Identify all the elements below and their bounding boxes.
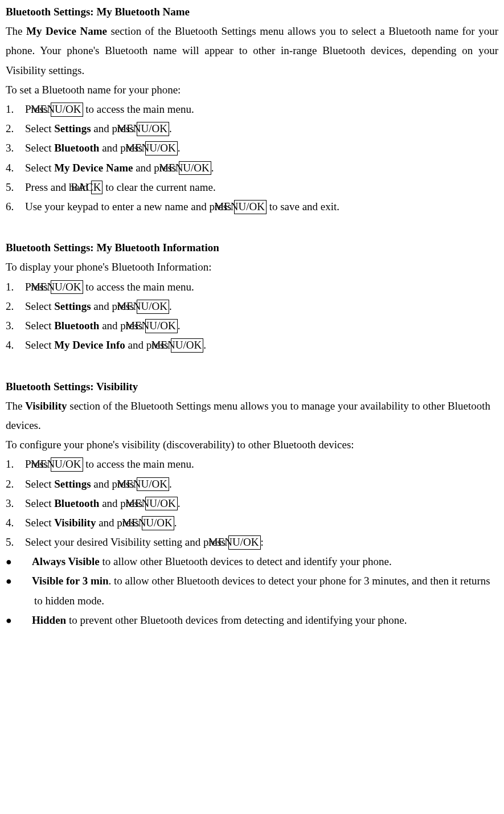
option-visible-3min: ●Visible for 3 min. to allow other Bluet…: [6, 571, 498, 610]
heading-bluetooth-name: Bluetooth Settings: My Bluetooth Name: [6, 2, 498, 22]
key-box: MENU/OK: [145, 497, 178, 511]
text-bold: Bluetooth: [54, 320, 99, 332]
text-bold: Visible for 3 min: [32, 575, 109, 587]
step: 5.Select your desired Visibility setting…: [6, 533, 498, 552]
text-bold: Bluetooth: [54, 142, 99, 154]
text-bold: Settings: [54, 122, 91, 134]
text: .: [169, 122, 172, 134]
option-hidden: ●Hidden to prevent other Bluetooth devic…: [6, 611, 498, 630]
key-box: MENU/OK: [51, 280, 83, 294]
text: The: [6, 25, 26, 37]
key-box: MENU/OK: [228, 535, 261, 550]
heading-bluetooth-visibility: Bluetooth Settings: Visibility: [6, 377, 498, 396]
key-box: MENU/OK: [137, 477, 169, 492]
step: 5.Press and hold BACK to clear the curre…: [6, 178, 498, 197]
text: to save and exit.: [267, 201, 339, 212]
text-bold: My Device Info: [54, 339, 125, 351]
lead-text-3: To configure your phone's visibility (di…: [6, 435, 498, 455]
text: section of the Bluetooth Settings menu a…: [6, 400, 490, 431]
text: Select: [25, 339, 54, 351]
text: .: [178, 320, 181, 332]
visibility-options: ●Always Visible to allow other Bluetooth…: [6, 552, 498, 630]
text: Select your desired Visibility setting a…: [25, 536, 228, 548]
intro-paragraph-1: The My Device Name section of the Blueto…: [6, 22, 498, 80]
text-bold: Bluetooth: [54, 497, 99, 509]
text: .: [174, 517, 177, 529]
steps-list-3: 1.Press MENU/OK to access the main menu.…: [6, 455, 498, 552]
steps-list-1: 1.Press MENU/OK to access the main menu.…: [6, 100, 498, 216]
heading-bluetooth-info: Bluetooth Settings: My Bluetooth Informa…: [6, 238, 498, 257]
text-bold: Hidden: [32, 614, 66, 626]
option-always-visible: ●Always Visible to allow other Bluetooth…: [6, 552, 498, 571]
text: .: [178, 142, 181, 154]
step: 1.Press MENU/OK to access the main menu.: [6, 100, 498, 119]
steps-list-2: 1.Press MENU/OK to access the main menu.…: [6, 277, 498, 355]
step: 2.Select Settings and press MENU/OK.: [6, 297, 498, 316]
text: to allow other Bluetooth devices to dete…: [100, 555, 392, 567]
text: to prevent other Bluetooth devices from …: [66, 614, 407, 626]
text: .: [203, 339, 206, 351]
step: 4.Select My Device Name and press MENU/O…: [6, 158, 498, 178]
text: Select: [25, 162, 54, 174]
text: to access the main menu.: [83, 458, 194, 470]
text: Select: [25, 320, 54, 332]
step: 1.Press MENU/OK to access the main menu.: [6, 277, 498, 297]
text: Select: [25, 142, 54, 154]
step: 4.Select My Device Info and press MENU/O…: [6, 336, 498, 355]
step: 1.Press MENU/OK to access the main menu.: [6, 455, 498, 474]
text: to clear the current name.: [103, 181, 215, 193]
step: 6.Use your keypad to enter a new name an…: [6, 197, 498, 216]
key-box: MENU/OK: [171, 338, 203, 353]
key-box: MENU/OK: [145, 141, 178, 156]
step: 3.Select Bluetooth and press MENU/OK.: [6, 494, 498, 513]
text: :: [261, 536, 264, 548]
key-box: MENU/OK: [145, 319, 178, 333]
key-box: MENU/OK: [179, 161, 211, 175]
key-box: BACK: [91, 181, 103, 195]
text-bold: My Device Name: [54, 162, 133, 174]
text-bold: Settings: [54, 300, 91, 312]
lead-text-1: To set a Bluetooth name for your phone:: [6, 80, 498, 100]
key-box: MENU/OK: [137, 122, 169, 136]
text: .: [178, 497, 181, 509]
text: Use your keypad to enter a new name and …: [25, 201, 234, 212]
intro-paragraph-3: The Visibility section of the Bluetooth …: [6, 396, 498, 435]
key-box: MENU/OK: [137, 300, 169, 314]
text: Select: [25, 517, 54, 529]
text: The: [6, 400, 25, 412]
text-bold: Always Visible: [32, 555, 100, 567]
text: to access the main menu.: [83, 103, 194, 115]
text: to access the main menu.: [83, 281, 194, 293]
text: Select: [25, 122, 54, 134]
step: 2.Select Settings and press MENU/OK.: [6, 119, 498, 138]
key-box: MENU/OK: [51, 457, 83, 472]
lead-text-2: To display your phone's Bluetooth Inform…: [6, 257, 498, 277]
text: .: [169, 300, 172, 312]
text-bold: My Device Name: [26, 25, 107, 37]
key-box: MENU/OK: [142, 516, 174, 530]
key-box: MENU/OK: [234, 200, 267, 214]
text: .: [169, 478, 172, 490]
step: 3.Select Bluetooth and press MENU/OK.: [6, 138, 498, 158]
text: Select: [25, 300, 54, 312]
text: Select: [25, 497, 54, 509]
text: .: [211, 162, 214, 174]
text-bold: Visibility: [25, 400, 67, 412]
step: 2.Select Settings and press MENU/OK.: [6, 475, 498, 494]
key-box: MENU/OK: [51, 103, 83, 117]
text-bold: Visibility: [54, 517, 96, 529]
step: 3.Select Bluetooth and press MENU/OK.: [6, 316, 498, 336]
text-bold: Settings: [54, 478, 91, 490]
step: 4.Select Visibility and press MENU/OK.: [6, 513, 498, 533]
text: Select: [25, 478, 54, 490]
